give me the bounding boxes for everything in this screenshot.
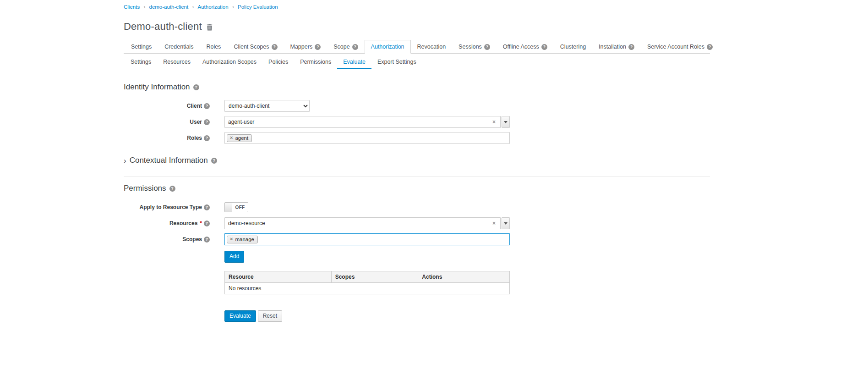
tab-authorization[interactable]: Authorization <box>365 40 411 54</box>
tab-revocation[interactable]: Revocation <box>411 40 453 54</box>
help-icon[interactable]: ? <box>204 237 210 243</box>
help-icon[interactable]: ? <box>211 158 217 164</box>
resources-field-row: Resources * ? demo-resource × <box>124 217 710 229</box>
tab-label: Roles <box>206 44 221 50</box>
user-select[interactable]: agent-user × <box>224 116 510 128</box>
table-header-row: Resource Scopes Actions <box>225 271 510 282</box>
tab-clustering[interactable]: Clustering <box>554 40 592 54</box>
tab-mappers[interactable]: Mappers? <box>284 40 328 54</box>
tab-label: Service Account Roles <box>647 44 704 50</box>
tab-label: Offline Access <box>503 44 539 50</box>
role-tag: × agent <box>227 134 252 142</box>
selected-resource: demo-resource <box>228 220 491 226</box>
resources-select-value[interactable]: demo-resource × <box>224 217 501 229</box>
trash-icon[interactable] <box>207 24 213 31</box>
permissions-form: Apply to Resource Type ? OFF Resources *… <box>124 201 710 322</box>
breadcrumb-client[interactable]: demo-auth-client <box>149 4 189 10</box>
subtab-settings[interactable]: Settings <box>125 55 157 69</box>
user-select-value[interactable]: agent-user × <box>224 116 501 128</box>
tab-label: Mappers <box>290 44 313 50</box>
help-icon[interactable]: ? <box>204 204 210 210</box>
tab-roles[interactable]: Roles <box>200 40 227 54</box>
tab-service-account-roles[interactable]: Service Account Roles? <box>641 40 719 54</box>
page-header: Demo-auth-client <box>124 21 710 33</box>
tab-offline-access[interactable]: Offline Access? <box>497 40 554 54</box>
breadcrumb-authorization[interactable]: Authorization <box>198 4 229 10</box>
breadcrumb-separator-icon: › <box>232 4 234 10</box>
toggle-state-label: OFF <box>232 203 248 212</box>
tab-client-scopes[interactable]: Client Scopes? <box>227 40 284 54</box>
help-icon[interactable]: ? <box>628 44 634 50</box>
help-icon[interactable]: ? <box>352 44 358 50</box>
apply-resource-type-toggle[interactable]: OFF <box>224 202 248 212</box>
tag-label: manage <box>235 237 254 242</box>
spacer <box>124 251 210 254</box>
help-icon[interactable]: ? <box>272 44 278 50</box>
remove-tag-icon[interactable]: × <box>230 135 233 140</box>
tab-scope[interactable]: Scope? <box>327 40 364 54</box>
help-icon[interactable]: ? <box>204 221 210 226</box>
user-field-row: User ? agent-user × <box>124 116 710 128</box>
resources-table: Resource Scopes Actions No resources <box>224 271 510 294</box>
help-icon[interactable]: ? <box>484 44 490 50</box>
page-title: Demo-auth-client <box>124 21 202 33</box>
help-icon[interactable]: ? <box>193 84 199 90</box>
tag-label: agent <box>235 135 248 141</box>
subtab-resources[interactable]: Resources <box>157 55 197 69</box>
client-select[interactable]: demo-auth-client <box>224 100 310 112</box>
tab-installation[interactable]: Installation? <box>592 40 641 54</box>
tab-settings[interactable]: Settings <box>125 40 158 54</box>
form-actions-row: Evaluate Reset <box>124 298 710 322</box>
subtab-export-settings[interactable]: Export Settings <box>371 55 422 69</box>
label-text: Scopes <box>182 236 202 243</box>
dropdown-toggle-button[interactable] <box>502 217 510 229</box>
roles-input[interactable]: × agent <box>224 132 510 144</box>
help-icon[interactable]: ? <box>204 103 210 109</box>
breadcrumb: Clients › demo-auth-client › Authorizati… <box>124 0 710 10</box>
evaluate-button[interactable]: Evaluate <box>224 310 256 322</box>
subtab-policies[interactable]: Policies <box>262 55 294 69</box>
tab-label: Client Scopes <box>234 44 269 50</box>
add-button[interactable]: Add <box>224 251 244 263</box>
breadcrumb-separator-icon: › <box>192 4 194 10</box>
permissions-section: Permissions ? Apply to Resource Type ? O… <box>124 176 710 322</box>
remove-tag-icon[interactable]: × <box>230 237 233 242</box>
resources-select[interactable]: demo-resource × <box>224 217 510 229</box>
required-indicator: * <box>200 220 202 226</box>
column-header-resource: Resource <box>225 271 332 282</box>
subtab-evaluate[interactable]: Evaluate <box>337 55 371 69</box>
reset-button[interactable]: Reset <box>258 310 282 322</box>
help-icon[interactable]: ? <box>707 44 713 50</box>
subtab-permissions[interactable]: Permissions <box>294 55 337 69</box>
apply-resource-type-row: Apply to Resource Type ? OFF <box>124 201 710 213</box>
breadcrumb-policy-evaluation[interactable]: Policy Evaluation <box>238 4 278 10</box>
help-icon[interactable]: ? <box>204 135 210 141</box>
breadcrumb-clients[interactable]: Clients <box>124 4 140 10</box>
contextual-information-header[interactable]: › Contextual Information ? <box>124 156 710 165</box>
empty-state-text: No resources <box>225 282 510 294</box>
tab-label: Scope <box>333 44 349 50</box>
tab-label: Sessions <box>459 44 482 50</box>
clear-selection-icon[interactable]: × <box>491 119 497 125</box>
tab-credentials[interactable]: Credentials <box>158 40 200 54</box>
spacer <box>124 298 210 301</box>
tab-label: Clustering <box>560 44 586 50</box>
section-title-text: Identity Information <box>124 83 190 92</box>
subtab-authorization-scopes[interactable]: Authorization Scopes <box>197 55 262 69</box>
tab-label: Settings <box>131 44 152 50</box>
help-icon[interactable]: ? <box>315 44 321 50</box>
dropdown-toggle-button[interactable] <box>502 116 510 128</box>
label-text: Client <box>187 103 202 109</box>
tab-sessions[interactable]: Sessions? <box>452 40 497 54</box>
section-title-text: Permissions <box>124 184 166 193</box>
scopes-label: Scopes ? <box>124 233 210 243</box>
help-icon[interactable]: ? <box>169 186 175 192</box>
help-icon[interactable]: ? <box>204 119 210 125</box>
breadcrumb-separator-icon: › <box>143 4 145 10</box>
caret-down-icon <box>504 222 508 225</box>
help-icon[interactable]: ? <box>541 44 547 50</box>
clear-selection-icon[interactable]: × <box>491 220 497 226</box>
scopes-input[interactable]: × manage <box>224 233 510 245</box>
table-empty-row: No resources <box>225 282 510 294</box>
roles-field-row: Roles ? × agent <box>124 132 710 144</box>
